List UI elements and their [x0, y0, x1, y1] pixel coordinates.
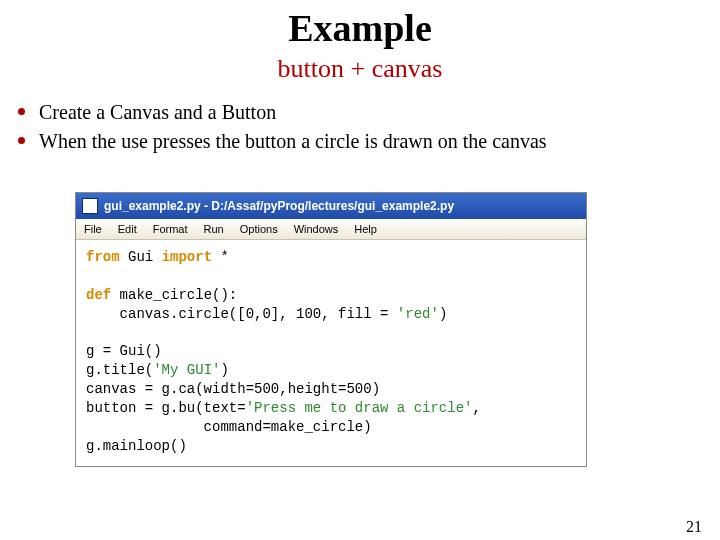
menu-format[interactable]: Format: [145, 223, 196, 235]
editor-window: gui_example2.py - D:/Assaf/pyProg/lectur…: [75, 192, 587, 467]
keyword-def: def: [86, 287, 111, 303]
keyword-from: from: [86, 249, 120, 265]
menu-windows[interactable]: Windows: [286, 223, 347, 235]
code-text: g.title(: [86, 362, 153, 378]
code-text: *: [212, 249, 229, 265]
slide-subtitle: button + canvas: [0, 54, 720, 84]
bullet-text: When the use presses the button a circle…: [39, 127, 547, 156]
code-text: ): [220, 362, 228, 378]
code-text: g = Gui(): [86, 343, 162, 359]
menu-edit[interactable]: Edit: [110, 223, 145, 235]
code-text: canvas = g.ca(width=500,height=500): [86, 381, 380, 397]
code-text: make_circle():: [111, 287, 237, 303]
bullet-list: Create a Canvas and a Button When the us…: [18, 98, 720, 156]
bullet-text: Create a Canvas and a Button: [39, 98, 276, 127]
window-title: gui_example2.py - D:/Assaf/pyProg/lectur…: [104, 199, 454, 213]
menu-help[interactable]: Help: [346, 223, 385, 235]
code-text: ): [439, 306, 447, 322]
menu-file[interactable]: File: [76, 223, 110, 235]
keyword-import: import: [162, 249, 212, 265]
python-file-icon: [82, 198, 98, 214]
string-literal: 'red': [397, 306, 439, 322]
code-text: Gui: [120, 249, 162, 265]
menu-options[interactable]: Options: [232, 223, 286, 235]
string-literal: 'My GUI': [153, 362, 220, 378]
page-number: 21: [686, 518, 702, 536]
code-text: command=make_circle): [86, 419, 372, 435]
bullet-item: When the use presses the button a circle…: [18, 127, 720, 156]
code-text: ,: [472, 400, 480, 416]
code-text: button = g.bu(text=: [86, 400, 246, 416]
slide-title: Example: [0, 6, 720, 50]
code-text: g.mainloop(): [86, 438, 187, 454]
bullet-item: Create a Canvas and a Button: [18, 98, 720, 127]
code-area: from Gui import * def make_circle(): can…: [76, 240, 586, 466]
code-text: canvas.circle([0,0], 100, fill =: [86, 306, 397, 322]
slide: Example button + canvas Create a Canvas …: [0, 6, 720, 540]
menu-bar: File Edit Format Run Options Windows Hel…: [76, 219, 586, 240]
title-bar: gui_example2.py - D:/Assaf/pyProg/lectur…: [76, 193, 586, 219]
bullet-dot-icon: [18, 137, 25, 144]
string-literal: 'Press me to draw a circle': [246, 400, 473, 416]
menu-run[interactable]: Run: [196, 223, 232, 235]
bullet-dot-icon: [18, 108, 25, 115]
